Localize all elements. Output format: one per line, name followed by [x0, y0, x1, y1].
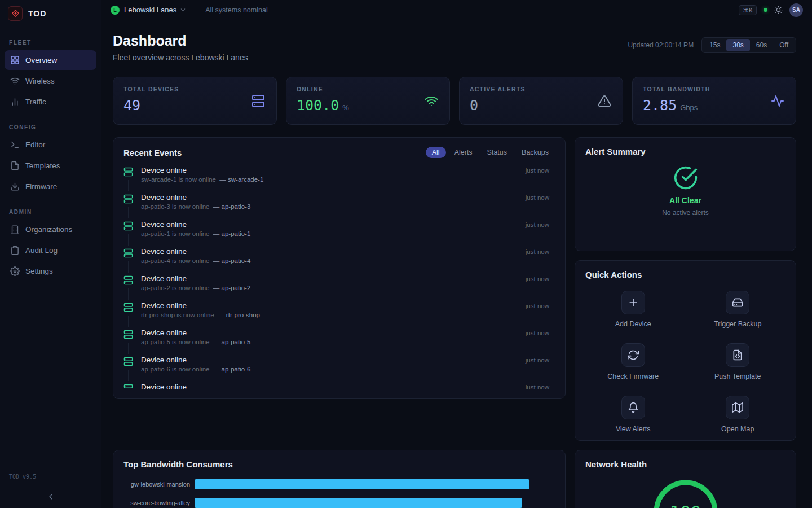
- sidebar-item-wireless[interactable]: Wireless: [5, 71, 96, 91]
- filter-status[interactable]: Status: [481, 147, 513, 158]
- sidebar-item-label: Organizations: [25, 225, 72, 234]
- event-row[interactable]: Device onlinejust now: [123, 379, 550, 389]
- activity-icon: [771, 94, 784, 108]
- event-time: just now: [526, 384, 549, 389]
- bandwidth-device-label: gw-lebowski-mansion: [123, 481, 190, 488]
- sidebar-item-overview[interactable]: Overview: [5, 50, 96, 70]
- wifi-icon: [10, 76, 20, 86]
- sidebar-item-traffic[interactable]: Traffic: [5, 92, 96, 112]
- action-add-device[interactable]: Add Device: [585, 291, 681, 328]
- filter-backups[interactable]: Backups: [515, 147, 555, 158]
- org-switcher[interactable]: Lebowski Lanes: [124, 6, 176, 14]
- filter-alerts[interactable]: Alerts: [448, 147, 479, 158]
- building-icon: [10, 225, 20, 234]
- user-avatar[interactable]: SA: [789, 3, 803, 17]
- event-detail: rtr-pro-shop is now online — rtr-pro-sho…: [141, 312, 511, 318]
- event-body: Device onlineap-patio-3 is now online — …: [141, 193, 511, 210]
- network-health-gauge: 100: [652, 478, 720, 508]
- action-label: Open Map: [721, 425, 754, 433]
- right-column: Alert Summary All Clear No active alerts…: [575, 137, 796, 441]
- event-device: — ap-patio-6: [213, 366, 250, 373]
- stat-value-row: 49: [123, 97, 266, 113]
- filter-all[interactable]: All: [426, 147, 446, 158]
- server-icon: [251, 94, 265, 108]
- app-version: TOD v9.5: [0, 474, 101, 487]
- event-row[interactable]: Device onlineap-patio-4 is now online — …: [123, 244, 550, 271]
- refresh-option-60s[interactable]: 60s: [750, 39, 773, 51]
- check-circle-icon: [673, 165, 698, 190]
- action-label: Trigger Backup: [714, 320, 761, 328]
- event-device: — ap-patio-5: [213, 339, 250, 345]
- refresh-option-15s[interactable]: 15s: [703, 39, 726, 51]
- sidebar-item-audit-log[interactable]: Audit Log: [5, 240, 96, 260]
- event-row[interactable]: Device onlineap-patio-6 is now online — …: [123, 352, 550, 379]
- server-icon: [123, 357, 134, 366]
- sidebar-item-settings[interactable]: Settings: [5, 261, 96, 281]
- event-row[interactable]: Device onlineap-patio-2 is now online — …: [123, 271, 550, 298]
- event-detail: ap-patio-1 is now online — ap-patio-1: [141, 230, 511, 237]
- event-title: Device online: [141, 301, 511, 310]
- stat-value: 0: [470, 97, 478, 113]
- event-row[interactable]: Device onlinesw-arcade-1 is now online —…: [123, 163, 550, 190]
- page-header-titles: Dashboard Fleet overview across Lebowski…: [113, 33, 248, 62]
- page-subtitle: Fleet overview across Lebowski Lanes: [113, 53, 248, 62]
- event-row[interactable]: Device onlineap-patio-5 is now online — …: [123, 325, 550, 352]
- server-icon: [123, 303, 134, 312]
- dashboard-grid: Recent Events AllAlertsStatusBackups Dev…: [113, 137, 796, 508]
- action-open-map[interactable]: Open Map: [690, 396, 786, 433]
- sidebar-item-editor[interactable]: Editor: [5, 135, 96, 155]
- alert-detail-text: No active alerts: [662, 209, 709, 217]
- org-avatar: L: [111, 6, 120, 15]
- sidebar: TOD FLEETOverviewWirelessTrafficCONFIGEd…: [0, 0, 102, 508]
- refresh-option-off[interactable]: Off: [773, 39, 795, 51]
- page-content: Dashboard Fleet overview across Lebowski…: [102, 20, 812, 508]
- event-row[interactable]: Device onlineap-patio-3 is now online — …: [123, 190, 550, 217]
- action-push-template[interactable]: Push Template: [690, 343, 786, 380]
- stat-card-online: ONLINE100.0%: [286, 77, 450, 125]
- app-logo-row: TOD: [0, 0, 101, 27]
- event-title: Device online: [141, 193, 511, 202]
- event-device: — ap-patio-2: [213, 284, 250, 291]
- sidebar-item-label: Editor: [25, 141, 45, 149]
- sidebar-item-organizations[interactable]: Organizations: [5, 220, 96, 239]
- event-filters: AllAlertsStatusBackups: [426, 147, 555, 158]
- sun-icon[interactable]: [774, 6, 783, 14]
- event-body: Device onlinesw-arcade-1 is now online —…: [141, 166, 511, 183]
- event-title: Device online: [141, 247, 511, 256]
- nav-section-label: ADMIN: [9, 209, 92, 215]
- alert-triangle-icon: [598, 94, 611, 108]
- action-trigger-backup[interactable]: Trigger Backup: [690, 291, 786, 328]
- sidebar-item-label: Wireless: [25, 77, 55, 85]
- events-header: Recent Events AllAlertsStatusBackups: [123, 147, 555, 158]
- event-device: — ap-patio-4: [213, 257, 250, 264]
- download-icon: [10, 182, 20, 191]
- event-row[interactable]: Device onlineap-patio-1 is now online — …: [123, 217, 550, 244]
- sidebar-item-firmware[interactable]: Firmware: [5, 177, 96, 196]
- action-label: Add Device: [615, 320, 651, 328]
- command-palette-shortcut[interactable]: ⌘K: [739, 5, 757, 15]
- quick-actions-panel: Quick Actions Add DeviceTrigger BackupCh…: [575, 260, 796, 441]
- chevron-down-icon[interactable]: [179, 6, 187, 14]
- bandwidth-bar: [195, 479, 529, 489]
- event-title: Device online: [141, 166, 511, 174]
- stat-value: 49: [123, 97, 140, 113]
- events-list[interactable]: Device onlinesw-arcade-1 is now online —…: [123, 163, 555, 389]
- gear-icon: [10, 266, 20, 276]
- event-body: Device online: [141, 383, 511, 389]
- event-device: — rtr-pro-shop: [218, 312, 260, 318]
- server-icon: [123, 275, 134, 285]
- action-view-alerts[interactable]: View Alerts: [585, 396, 681, 433]
- server-icon: [123, 248, 134, 258]
- event-body: Device onlineap-patio-4 is now online — …: [141, 247, 511, 264]
- app-name: TOD: [28, 9, 46, 18]
- sidebar-collapse-button[interactable]: [0, 487, 101, 508]
- action-check-firmware[interactable]: Check Firmware: [585, 343, 681, 380]
- refresh-option-30s[interactable]: 30s: [726, 39, 749, 51]
- bandwidth-bar: [195, 498, 522, 508]
- event-body: Device onlineap-patio-6 is now online — …: [141, 356, 511, 373]
- bandwidth-panel: Top Bandwidth Consumers gw-lebowski-mans…: [113, 450, 566, 508]
- event-row[interactable]: Device onlinertr-pro-shop is now online …: [123, 298, 550, 325]
- events-panel-title: Recent Events: [123, 148, 182, 157]
- sidebar-item-templates[interactable]: Templates: [5, 156, 96, 176]
- event-time: just now: [526, 303, 549, 309]
